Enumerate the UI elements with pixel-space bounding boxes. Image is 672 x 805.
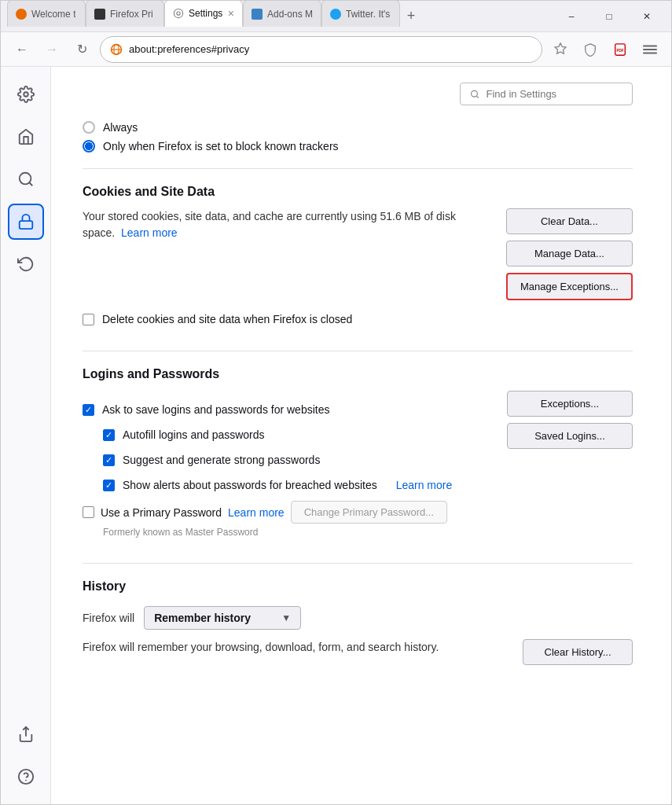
tab-twitter-label: Twitter. It's: [346, 9, 390, 20]
radio-always[interactable]: Always: [83, 121, 633, 134]
logins-main-row: ✓ Ask to save logins and passwords for w…: [83, 391, 633, 538]
cookies-learn-more-link[interactable]: Learn more: [121, 226, 178, 239]
sidebar-item-help[interactable]: [8, 759, 44, 795]
cookies-main-row: Your stored cookies, site data, and cach…: [83, 208, 633, 300]
svg-rect-7: [643, 52, 657, 53]
forward-button[interactable]: →: [40, 38, 64, 61]
history-desc-row: Firefox will remember your browsing, dow…: [83, 639, 633, 665]
sidebar-item-privacy[interactable]: [8, 204, 44, 240]
svg-rect-5: [643, 45, 657, 46]
address-bar[interactable]: about:preferences#privacy: [100, 36, 542, 63]
tab-settings-label: Settings: [189, 8, 222, 19]
svg-rect-6: [643, 49, 657, 50]
search-icon: [470, 89, 480, 100]
content-area[interactable]: Always Only when Firefox is set to block…: [51, 67, 671, 804]
history-section-title: History: [83, 579, 633, 594]
change-primary-password-button: Change Primary Password...: [291, 501, 447, 524]
saved-logins-button[interactable]: Saved Logins...: [507, 423, 633, 449]
cookies-section-title: Cookies and Site Data: [83, 185, 633, 199]
tab-firefox-privacy[interactable]: Firefox Pri: [86, 0, 164, 27]
alerts-learn-more-link[interactable]: Learn more: [396, 479, 453, 491]
cookies-section: Cookies and Site Data Your stored cookie…: [83, 168, 633, 325]
manage-data-button[interactable]: Manage Data...: [506, 241, 633, 266]
manage-exceptions-button[interactable]: Manage Exceptions...: [506, 273, 633, 300]
ask-save-checkbox[interactable]: ✓: [83, 404, 94, 416]
svg-text:PDF: PDF: [617, 48, 624, 52]
maximize-button[interactable]: □: [591, 4, 627, 29]
tab-twitter[interactable]: Twitter. It's: [321, 0, 400, 27]
cookies-description: Your stored cookies, site data, and cach…: [83, 208, 490, 241]
suggest-label: Suggest and generate strong passwords: [123, 454, 320, 466]
svg-line-15: [476, 95, 479, 97]
pdf-button[interactable]: PDF: [608, 38, 632, 61]
browser-frame: Welcome t Firefox Pri Settings × Add-ons…: [0, 0, 672, 805]
logins-right: Exceptions... Saved Logins...: [507, 391, 633, 538]
ask-save-row[interactable]: ✓ Ask to save logins and passwords for w…: [83, 403, 491, 416]
alerts-label: Show alerts about passwords for breached…: [123, 479, 377, 491]
cookies-buttons: Clear Data... Manage Data... Manage Exce…: [506, 208, 633, 300]
tab-settings-favicon: [173, 8, 184, 19]
tab-addons-favicon: [252, 9, 263, 20]
primary-password-checkbox[interactable]: [83, 506, 94, 518]
autofill-row[interactable]: ✓ Autofill logins and passwords: [103, 428, 491, 441]
sidebar-item-general[interactable]: [8, 76, 44, 112]
ask-save-label: Ask to save logins and passwords for web…: [102, 403, 329, 416]
new-tab-button[interactable]: +: [400, 5, 422, 27]
sidebar: [1, 67, 51, 804]
tab-addons[interactable]: Add-ons M: [243, 0, 321, 27]
address-favicon: [110, 43, 123, 56]
sidebar-item-share[interactable]: [8, 716, 44, 752]
history-select-row: Firefox will Remember history ▼: [83, 606, 633, 630]
radio-group: Always Only when Firefox is set to block…: [83, 121, 633, 153]
firefox-will-label: Firefox will: [83, 612, 134, 624]
svg-point-9: [19, 173, 31, 185]
primary-learn-more-link[interactable]: Learn more: [228, 506, 285, 519]
radio-only-when-circle: [83, 140, 95, 153]
close-button[interactable]: ✕: [629, 4, 665, 29]
tab-settings[interactable]: Settings ×: [164, 0, 243, 27]
radio-only-when[interactable]: Only when Firefox is set to block known …: [83, 140, 633, 153]
tab-welcome-favicon: [16, 9, 27, 20]
chevron-down-icon: ▼: [281, 612, 291, 623]
shield-button[interactable]: [578, 38, 602, 61]
primary-password-label: Use a Primary Password: [101, 506, 222, 519]
menu-button[interactable]: [638, 38, 662, 61]
back-button[interactable]: ←: [10, 38, 34, 61]
delete-cookies-checkbox[interactable]: [83, 314, 94, 325]
find-settings-row: [83, 83, 633, 105]
suggest-checkbox[interactable]: ✓: [103, 454, 115, 466]
settings-content: Always Only when Firefox is set to block…: [51, 67, 664, 722]
svg-point-8: [24, 92, 28, 97]
alerts-row[interactable]: ✓ Show alerts about passwords for breach…: [103, 479, 491, 491]
delete-cookies-row[interactable]: Delete cookies and site data when Firefo…: [83, 313, 633, 325]
primary-password-row: Use a Primary Password Learn more Change…: [83, 501, 491, 524]
find-settings-input-wrapper[interactable]: [460, 83, 633, 105]
logins-section-title: Logins and Passwords: [83, 367, 633, 381]
svg-line-10: [29, 182, 32, 186]
sidebar-item-sync[interactable]: [8, 246, 44, 282]
suggest-row[interactable]: ✓ Suggest and generate strong passwords: [103, 454, 491, 466]
address-text: about:preferences#privacy: [129, 43, 532, 55]
autofill-checkbox[interactable]: ✓: [103, 429, 115, 441]
tab-firefox-privacy-label: Firefox Pri: [110, 9, 153, 20]
bookmark-button[interactable]: [549, 38, 572, 61]
tab-settings-close[interactable]: ×: [228, 7, 234, 20]
svg-rect-11: [19, 221, 32, 229]
title-bar: Welcome t Firefox Pri Settings × Add-ons…: [1, 1, 671, 32]
exceptions-button[interactable]: Exceptions...: [507, 391, 633, 417]
history-section: History Firefox will Remember history ▼ …: [83, 563, 633, 665]
window-controls: – □ ✕: [553, 4, 665, 29]
history-description: Firefox will remember your browsing, dow…: [83, 639, 510, 656]
reload-button[interactable]: ↻: [70, 38, 94, 61]
history-select[interactable]: Remember history ▼: [144, 606, 301, 630]
formerly-label: Formerly known as Master Password: [103, 527, 491, 538]
sidebar-item-search[interactable]: [8, 161, 44, 197]
clear-data-button[interactable]: Clear Data...: [506, 208, 633, 234]
find-settings-input[interactable]: [487, 88, 622, 100]
alerts-checkbox[interactable]: ✓: [103, 480, 115, 491]
minimize-button[interactable]: –: [553, 4, 589, 29]
clear-history-button[interactable]: Clear History...: [523, 639, 633, 665]
tab-welcome[interactable]: Welcome t: [7, 0, 86, 27]
tab-addons-label: Add-ons M: [267, 9, 313, 20]
sidebar-item-home[interactable]: [8, 119, 44, 155]
